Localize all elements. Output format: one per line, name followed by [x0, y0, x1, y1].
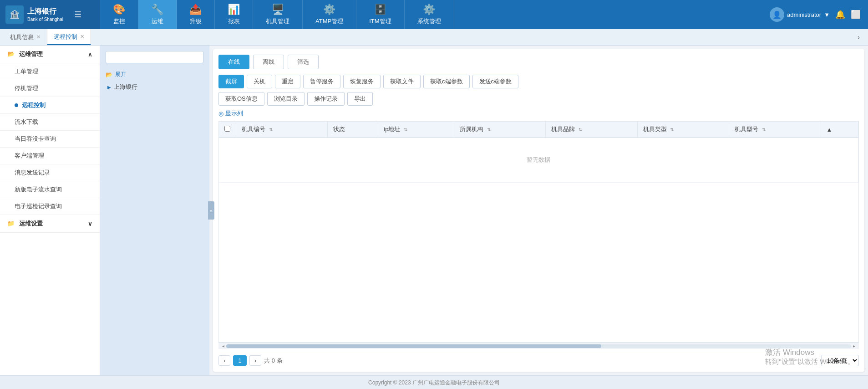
folder-open-icon: 📂 [7, 51, 15, 57]
sidebar-item-flow-download[interactable]: 流水下载 [0, 114, 100, 131]
select-all-checkbox[interactable] [224, 126, 230, 132]
sidebar-item-shutdown-mgmt[interactable]: 停机管理 [0, 80, 100, 97]
sort-arrows-org[interactable]: ⇅ [487, 127, 491, 132]
nav-label-machine-mgmt: 机具管理 [266, 17, 289, 26]
nav-item-ops[interactable]: 🔧 运维 [138, 0, 177, 29]
sidebar-ops-settings-expand[interactable]: ∨ [88, 220, 92, 227]
sidebar: 📂 运维管理 ∧ 工单管理 停机管理 远程控制 流水下载 当日吞没卡查询 [0, 46, 100, 375]
tab-machine-info-label: 机具信息 [10, 33, 34, 41]
sidebar-item-msg-send-label: 消息发送记录 [15, 169, 50, 177]
page-size-area: 10条/页 20条/页 50条/页 [821, 355, 859, 366]
sys-mgmt-icon: ⚙️ [423, 4, 435, 15]
restart-button[interactable]: 重启 [275, 75, 300, 88]
user-info[interactable]: 👤 administrator ▼ [770, 7, 830, 22]
ops-icon: 🔧 [151, 4, 163, 15]
get-c-params-button[interactable]: 获取c端参数 [423, 75, 470, 88]
user-avatar: 👤 [770, 7, 784, 22]
horizontal-scrollbar[interactable]: ◂ ▸ [218, 343, 859, 349]
tree-collapse-button[interactable]: « [208, 201, 214, 220]
expand-icon[interactable]: ⬜ [851, 10, 861, 20]
operation-record-button[interactable]: 操作记录 [307, 92, 345, 106]
machine-mgmt-icon: 🖥️ [272, 4, 284, 15]
nav-item-monitor[interactable]: 🎨 监控 [100, 0, 138, 29]
page-controls: ‹ 1 › 共 0 条 [218, 355, 283, 366]
nav-item-itm[interactable]: 🗄️ ITM管理 [356, 0, 404, 29]
tab-remote-control[interactable]: 远程控制 ✕ [47, 29, 91, 45]
atmp-icon: ⚙️ [323, 4, 335, 15]
bell-icon[interactable]: 🔔 [835, 10, 845, 20]
tab-machine-info[interactable]: 机具信息 ✕ [4, 29, 47, 45]
send-c-params-button[interactable]: 发送c端参数 [472, 75, 519, 88]
sidebar-item-new-flow[interactable]: 新版电子流水查询 [0, 181, 100, 198]
export-button[interactable]: 导出 [347, 92, 373, 106]
pause-service-button[interactable]: 暂停服务 [303, 75, 340, 88]
footer: Copyright © 2023 广州广电运通金融电子股份有限公司 [0, 375, 868, 389]
browse-dir-button[interactable]: 浏览目录 [267, 92, 305, 106]
tree-node-bank-label: 上海银行 [114, 83, 137, 91]
sort-arrows-machine-code[interactable]: ⇅ [269, 127, 273, 132]
logo-cn: 上海银行 [27, 7, 63, 16]
tree-search-input[interactable] [106, 51, 203, 63]
scroll-thumb[interactable] [226, 344, 601, 348]
sort-arrows-brand[interactable]: ⇅ [579, 127, 582, 132]
footer-copyright: Copyright © 2023 广州广电运通金融电子股份有限公司 [368, 379, 500, 386]
th-org: 所属机构 ⇅ [454, 122, 546, 138]
sidebar-item-ticket-mgmt[interactable]: 工单管理 [0, 63, 100, 80]
sort-arrows-type[interactable]: ⇅ [670, 127, 674, 132]
filter-online-button[interactable]: 在线 [218, 55, 249, 69]
settings-circle-icon: ◎ [218, 110, 223, 117]
sidebar-item-daily-card[interactable]: 当日吞没卡查询 [0, 131, 100, 148]
menu-toggle-icon[interactable]: ☰ [71, 8, 85, 21]
filter-more-button[interactable]: 筛选 [288, 55, 319, 69]
nav-item-sys-mgmt[interactable]: ⚙️ 系统管理 [405, 0, 454, 29]
nav-label-sys-mgmt: 系统管理 [417, 17, 441, 26]
machine-table: 机具编号 ⇅ 状态 ip地址 ⇅ 所属机构 [219, 122, 858, 183]
screenshot-button[interactable]: 截屏 [218, 75, 244, 88]
get-file-button[interactable]: 获取文件 [383, 75, 421, 88]
right-panel: 在线 离线 筛选 截屏 关机 重启 暂停服务 恢复服务 获取文件 获取c端参数 … [213, 49, 864, 372]
tab-more-icon[interactable]: › [853, 33, 864, 41]
sidebar-header-ops-settings[interactable]: 📁 运维设置 ∨ [0, 215, 100, 233]
sidebar-ops-mgmt-collapse[interactable]: ∧ [88, 51, 92, 58]
nav-item-upgrade[interactable]: 📤 升级 [177, 0, 215, 29]
nav-item-atmp[interactable]: ⚙️ ATMP管理 [303, 0, 356, 29]
sort-arrows-ip[interactable]: ⇅ [404, 127, 407, 132]
restore-service-button[interactable]: 恢复服务 [343, 75, 381, 88]
sidebar-item-msg-send[interactable]: 消息发送记录 [0, 164, 100, 181]
logo-en: Bank of Shanghai [27, 16, 63, 22]
nav-item-machine-mgmt[interactable]: 🖥️ 机具管理 [253, 0, 303, 29]
sidebar-item-patrol-record[interactable]: 电子巡检记录查询 [0, 198, 100, 215]
user-name: administrator [787, 11, 821, 18]
report-icon: 📊 [228, 4, 240, 15]
filter-offline-button[interactable]: 离线 [253, 55, 284, 69]
upgrade-icon: 📤 [189, 4, 202, 15]
page-size-select[interactable]: 10条/页 20条/页 50条/页 [821, 355, 859, 366]
active-dot-icon [15, 103, 18, 107]
tree-expand-button[interactable]: 📂 展开 [100, 69, 209, 80]
scroll-left-arrow[interactable]: ◂ [220, 343, 226, 348]
sidebar-item-client-mgmt-label: 客户端管理 [15, 152, 44, 160]
scroll-right-arrow[interactable]: ▸ [851, 343, 857, 348]
sidebar-item-remote-control[interactable]: 远程控制 [0, 97, 100, 114]
nav-item-report[interactable]: 📊 报表 [215, 0, 253, 29]
get-os-info-button[interactable]: 获取OS信息 [218, 92, 264, 106]
nav-label-ops: 运维 [152, 17, 163, 26]
th-more: ▲ [821, 122, 858, 138]
th-machine-code: 机具编号 ⇅ [236, 122, 328, 138]
prev-page-button[interactable]: ‹ [218, 355, 230, 366]
table-body: 暂无数据 [219, 138, 858, 183]
sidebar-header-ops-mgmt[interactable]: 📂 运维管理 ∧ [0, 46, 100, 63]
tree-node-bank[interactable]: ▶ 上海银行 [100, 80, 209, 94]
display-col-toggle[interactable]: ◎ 显示列 [218, 109, 859, 118]
tab-machine-info-close[interactable]: ✕ [36, 34, 41, 40]
th-checkbox [219, 122, 236, 138]
sort-arrows-model[interactable]: ⇅ [762, 127, 766, 132]
sidebar-item-client-mgmt[interactable]: 客户端管理 [0, 148, 100, 164]
nav-label-monitor: 监控 [113, 17, 125, 26]
tab-remote-control-close[interactable]: ✕ [80, 34, 84, 40]
next-page-button[interactable]: › [249, 355, 261, 366]
shutdown-button[interactable]: 关机 [247, 75, 272, 88]
folder-expand-icon: 📂 [106, 72, 112, 78]
tab-bar: 机具信息 ✕ 远程控制 ✕ › [0, 29, 868, 46]
action-row-1: 截屏 关机 重启 暂停服务 恢复服务 获取文件 获取c端参数 发送c端参数 [218, 75, 859, 88]
